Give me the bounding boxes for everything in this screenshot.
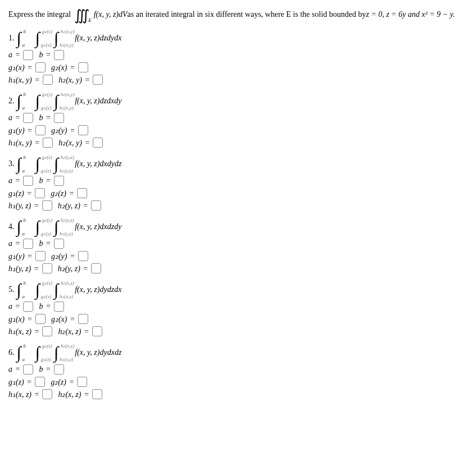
limit-input[interactable] xyxy=(77,377,87,387)
limit-input[interactable] xyxy=(23,113,33,123)
part-6: 6.b∫ag₂(z)∫g₁(z)h₂(x,z)∫h₁(x,z)f(x, y, z… xyxy=(8,344,468,399)
integral-icon: ∫ xyxy=(35,344,40,361)
limit-label: h₁(y, z) = xyxy=(8,201,40,211)
limit-label: h₁(x, z) = xyxy=(8,390,40,399)
integral-symbol: b∫a xyxy=(17,344,21,361)
part-number: 2. xyxy=(8,97,15,106)
limit-input[interactable] xyxy=(35,314,46,324)
upper-limit: h₂(x,z) xyxy=(61,343,74,349)
limit-input[interactable] xyxy=(54,50,64,60)
integral-icon: ∫ xyxy=(17,218,21,235)
part-1: 1.b∫ag₂(x)∫g₁(x)h₂(x,y)∫h₁(x,y)f(x, y, z… xyxy=(8,30,468,85)
integral-icon: ∫ xyxy=(35,156,40,172)
limit-input[interactable] xyxy=(91,263,101,273)
integral-symbol: g₂(z)∫g₁(z) xyxy=(35,156,40,172)
limit-input[interactable] xyxy=(42,389,52,399)
limit-input[interactable] xyxy=(93,75,103,85)
lower-limit: a xyxy=(22,168,25,174)
limit-input[interactable] xyxy=(78,125,88,135)
limit-input[interactable] xyxy=(42,326,52,336)
limit-input[interactable] xyxy=(42,263,52,273)
integral-symbol: g₂(x)∫g₁(x) xyxy=(35,30,40,47)
integral-symbol: g₂(z)∫g₁(z) xyxy=(35,344,40,361)
upper-limit: g₂(z) xyxy=(42,343,52,349)
upper-limit: b xyxy=(24,154,26,160)
limit-label: a = xyxy=(8,176,21,185)
limits-row: h₁(x, y) =h₂(x, y) = xyxy=(8,138,468,148)
limit-label: b = xyxy=(39,239,51,248)
limit-input[interactable] xyxy=(54,364,64,375)
limit-input[interactable] xyxy=(54,113,64,123)
integral-icon: ∫ xyxy=(17,281,21,298)
upper-limit: h₂(y,z) xyxy=(61,217,74,223)
integrand: f(x, y, z)dzdxdy xyxy=(75,97,121,106)
limit-input[interactable] xyxy=(78,314,88,324)
limit-input[interactable] xyxy=(77,188,87,198)
integral-icon: ∫ xyxy=(54,93,58,109)
integral-icon: ∫ xyxy=(17,30,21,47)
limit-input[interactable] xyxy=(78,62,88,72)
limit-input[interactable] xyxy=(35,62,46,72)
integrand: f(x, y, z)dxdzdy xyxy=(75,222,121,231)
limits-row: a =b = xyxy=(8,113,468,123)
upper-limit: b xyxy=(24,280,26,286)
limit-input[interactable] xyxy=(91,200,101,211)
limit-label: a = xyxy=(8,113,21,122)
integral-symbol: g₂(y)∫g₁(y) xyxy=(35,93,40,109)
limit-input[interactable] xyxy=(23,50,33,60)
limit-label: g₂(z) = xyxy=(51,377,75,387)
limit-input[interactable] xyxy=(23,302,33,312)
limit-label: a = xyxy=(8,365,21,374)
limits-row: a =b = xyxy=(8,364,468,375)
lower-limit: h₁(y,z) xyxy=(60,231,73,236)
limit-label: h₁(x, y) = xyxy=(8,75,40,85)
part-2: 2.b∫ag₂(y)∫g₁(y)h₂(x,y)∫h₁(x,y)f(x, y, z… xyxy=(8,93,468,148)
limit-input[interactable] xyxy=(43,138,53,148)
limits-row: h₁(x, z) =h₂(x, z) = xyxy=(8,326,468,336)
limit-input[interactable] xyxy=(23,239,33,249)
limit-label: h₁(y, z) = xyxy=(8,264,40,273)
lower-limit: g₁(x) xyxy=(41,294,52,299)
limit-input[interactable] xyxy=(43,75,53,85)
integral-symbol: g₂(y)∫g₁(y) xyxy=(35,218,40,235)
limit-input[interactable] xyxy=(35,251,46,261)
integral-icon: ∫ xyxy=(17,156,21,172)
integrand: f(x, y, z)dydzdx xyxy=(75,285,121,294)
limit-input[interactable] xyxy=(54,302,64,312)
limit-input[interactable] xyxy=(92,389,102,399)
integral-symbol: h₂(y,z)∫h₁(y,z) xyxy=(54,218,58,235)
limit-input[interactable] xyxy=(35,188,45,198)
integral-icon: ∫ xyxy=(35,281,40,298)
limit-input[interactable] xyxy=(93,138,103,148)
limit-input[interactable] xyxy=(54,176,64,186)
limit-input[interactable] xyxy=(23,364,33,375)
limit-label: h₁(x, y) = xyxy=(8,138,40,148)
integral-symbol: b∫a xyxy=(17,281,21,298)
lower-limit: g₁(z) xyxy=(41,168,51,174)
integral-expression: 4.b∫ag₂(y)∫g₁(y)h₂(y,z)∫h₁(y,z)f(x, y, z… xyxy=(8,218,468,235)
integral-symbol: b∫a xyxy=(17,30,21,47)
limit-input[interactable] xyxy=(78,251,88,261)
lower-limit: a xyxy=(22,231,25,236)
limit-input[interactable] xyxy=(35,125,46,135)
triple-integral-icon: ∭ xyxy=(74,7,89,24)
limit-label: h₂(x, z) = xyxy=(58,327,89,336)
upper-limit: h₂(x,y) xyxy=(61,29,75,34)
limit-input[interactable] xyxy=(92,326,102,336)
limit-label: g₂(x) = xyxy=(51,314,76,324)
upper-limit: g₂(y) xyxy=(42,217,53,223)
integral-icon: ∫ xyxy=(17,93,21,109)
lower-limit: g₁(y) xyxy=(41,105,52,111)
lower-limit: g₁(y) xyxy=(41,231,52,236)
part-number: 5. xyxy=(8,285,15,294)
lower-limit: h₁(x,z) xyxy=(60,294,73,299)
limit-label: g₁(z) = xyxy=(8,377,33,387)
limits-row: g₁(y) =g₂(y) = xyxy=(8,251,468,261)
lower-limit: a xyxy=(22,357,25,362)
lower-limit: h₁(x,y) xyxy=(60,105,74,111)
limit-input[interactable] xyxy=(54,239,64,249)
upper-limit: g₂(x) xyxy=(42,29,53,34)
limit-input[interactable] xyxy=(35,377,45,387)
limit-input[interactable] xyxy=(23,176,33,186)
limit-input[interactable] xyxy=(42,200,52,211)
